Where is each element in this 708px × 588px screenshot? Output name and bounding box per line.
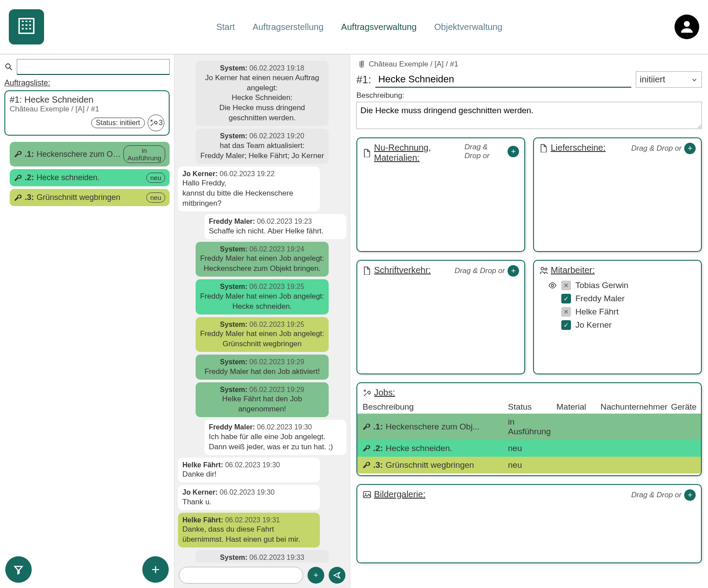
employee-row: ✕Tobias Gerwin xyxy=(539,279,696,292)
add-nu-button[interactable]: + xyxy=(508,146,519,157)
chevron-down-icon xyxy=(691,76,698,83)
tools-icon xyxy=(363,388,371,397)
chat-input[interactable] xyxy=(179,567,303,584)
jobs-column-header: Beschreibung xyxy=(363,402,508,412)
wrench-icon xyxy=(363,423,371,431)
panel-lieferscheine: Lieferscheine: Drag & Drop or + xyxy=(533,137,702,252)
employee-checkbox[interactable]: ✕ xyxy=(561,281,571,290)
description-textarea[interactable] xyxy=(356,102,702,129)
sidebar-job-item[interactable]: .2: Hecke schneiden. neu xyxy=(10,169,170,186)
tools-icon xyxy=(149,118,158,127)
chat-column: System: 06.02.2023 19:18Jo Kerner hat ei… xyxy=(174,55,350,588)
description-label: Beschreibung: xyxy=(356,91,702,100)
chat-message: System: 06.02.2023 19:18Jo Kerner hat ei… xyxy=(196,61,329,126)
panel-jobs: Jobs: BeschreibungStatusMaterialNachunte… xyxy=(356,382,702,476)
order-id-label: #1: xyxy=(356,74,371,86)
chat-message: System: 06.02.2023 19:24Freddy Maler hat… xyxy=(196,242,329,277)
jobs-column-header: Material xyxy=(556,402,601,412)
chat-message: Helke Fährt: 06.02.2023 19:31Danke, dass… xyxy=(178,513,320,547)
filter-button[interactable] xyxy=(5,556,32,583)
nav-item-auftragserstellung[interactable]: Auftragserstellung xyxy=(252,22,323,32)
chat-message: Helke Fährt: 06.02.2023 19:30Danke dir! xyxy=(178,458,320,483)
employee-name: Freddy Maler xyxy=(575,294,625,303)
chat-message: System: 06.02.2023 19:29Helke Fährt hat … xyxy=(196,382,329,417)
chat-message: Freddy Maler: 06.02.2023 19:23Schaffe ic… xyxy=(204,214,346,239)
order-job-count: 3 xyxy=(148,115,164,131)
wrench-icon xyxy=(14,174,22,182)
employee-checkbox[interactable]: ✕ xyxy=(561,307,571,317)
document-icon xyxy=(363,148,371,157)
eye-icon xyxy=(548,281,557,290)
wrench-icon xyxy=(14,150,22,158)
panel-mitarbeiter: Mitarbeiter: ✕Tobias Gerwin✓Freddy Maler… xyxy=(533,260,702,374)
add-liefer-button[interactable]: + xyxy=(684,143,696,154)
svg-point-7 xyxy=(684,21,689,27)
employee-checkbox[interactable]: ✓ xyxy=(561,320,571,330)
chat-message: Freddy Maler: 06.02.2023 19:30Ich habe f… xyxy=(204,420,346,455)
order-title: #1: Hecke Schneiden xyxy=(10,95,164,105)
panel-schriftverkehr: Schriftverkehr: Drag & Drop or + xyxy=(356,260,525,374)
details-panel: Château Exemple / [A] / #1 #1: initiiert… xyxy=(350,55,708,588)
search-input[interactable] xyxy=(17,59,170,75)
app-header: StartAuftragserstellungAuftragsverwaltun… xyxy=(0,0,708,55)
breadcrumb: Château Exemple / [A] / #1 xyxy=(356,60,702,69)
wrench-icon xyxy=(363,461,371,469)
app-logo[interactable] xyxy=(9,9,44,44)
jobs-column-header: Status xyxy=(508,402,556,412)
panel-nu-rechnung: Nu-Rechnung, Materialien: Drag & Drop or… xyxy=(356,137,525,252)
chat-message: System: 06.02.2023 19:29Freddy Maler hat… xyxy=(196,355,329,380)
employee-checkbox[interactable]: ✓ xyxy=(561,294,571,303)
main-nav: StartAuftragserstellungAuftragsverwaltun… xyxy=(216,22,502,32)
chat-send-button[interactable] xyxy=(329,567,345,584)
jobs-row[interactable]: .1: Heckenschere zum Obj... in Ausführun… xyxy=(357,414,701,440)
wrench-icon xyxy=(14,194,22,202)
chat-message: Jo Kerner: 06.02.2023 19:22Hallo Freddy,… xyxy=(178,166,320,211)
chat-message: System: 06.02.2023 19:20hat das Team akt… xyxy=(196,129,329,163)
document-icon xyxy=(363,266,371,275)
order-title-input[interactable] xyxy=(375,72,631,88)
send-icon xyxy=(333,571,341,580)
chat-attach-button[interactable]: + xyxy=(308,567,324,584)
orders-section-title: Auftragsliste: xyxy=(4,78,170,88)
building-icon xyxy=(15,16,37,38)
jobs-column-header: Nachunternehmer xyxy=(601,402,671,412)
image-icon xyxy=(363,490,371,499)
jobs-column-header: Geräte xyxy=(671,402,708,412)
people-icon xyxy=(539,266,548,275)
employee-name: Helke Fährt xyxy=(575,307,619,317)
user-avatar[interactable] xyxy=(675,15,699,39)
panel-bildergalerie: Bildergalerie: Drag & Drop or + xyxy=(356,484,702,563)
chat-message: System: 06.02.2023 19:25Freddy Maler hat… xyxy=(196,317,329,352)
chat-message: Jo Kerner: 06.02.2023 19:30Thank u. xyxy=(178,485,320,510)
chat-scroll[interactable]: System: 06.02.2023 19:18Jo Kerner hat ei… xyxy=(174,55,350,562)
chat-message: System: 06.02.2023 19:33Freddy Maler hat… xyxy=(196,550,329,562)
wrench-icon xyxy=(363,444,371,452)
order-card[interactable]: #1: Hecke Schneiden Château Exemple / [A… xyxy=(4,90,170,136)
employee-row: ✓Freddy Maler xyxy=(539,292,696,305)
filter-icon xyxy=(12,563,25,576)
jobs-row[interactable]: .3: Grünschnitt wegbringen neu xyxy=(357,457,701,473)
sidebar-job-item[interactable]: .3: Grünschnitt wegbringen neu xyxy=(10,189,170,206)
add-order-button[interactable]: + xyxy=(142,556,169,583)
nav-item-objektverwaltung[interactable]: Objektverwaltung xyxy=(434,22,503,32)
sidebar: Auftragsliste: #1: Hecke Schneiden Châte… xyxy=(0,55,174,588)
employee-name: Jo Kerner xyxy=(575,320,612,330)
status-select[interactable]: initiiert xyxy=(636,71,702,88)
employee-name: Tobias Gerwin xyxy=(575,281,628,290)
jobs-row[interactable]: .2: Hecke schneiden. neu xyxy=(357,440,701,457)
paperclip-icon xyxy=(356,60,365,69)
search-icon[interactable] xyxy=(4,63,13,71)
add-schrift-button[interactable]: + xyxy=(508,265,519,277)
employee-row: ✕Helke Fährt xyxy=(539,305,696,318)
add-image-button[interactable]: + xyxy=(684,489,696,501)
avatar-icon xyxy=(678,18,696,36)
nav-item-auftragsverwaltung[interactable]: Auftragsverwaltung xyxy=(341,22,416,32)
order-subtitle: Château Exemple / [A] / #1 xyxy=(10,105,164,114)
sidebar-job-item[interactable]: .1: Heckenschere zum Obj... inAusführung xyxy=(10,142,170,166)
employee-row: ✓Jo Kerner xyxy=(539,318,696,332)
document-icon xyxy=(539,144,548,152)
nav-item-start[interactable]: Start xyxy=(216,22,235,32)
order-status-pill: Status: initiiert xyxy=(91,118,145,128)
chat-message: System: 06.02.2023 19:25Freddy Maler hat… xyxy=(196,279,329,314)
